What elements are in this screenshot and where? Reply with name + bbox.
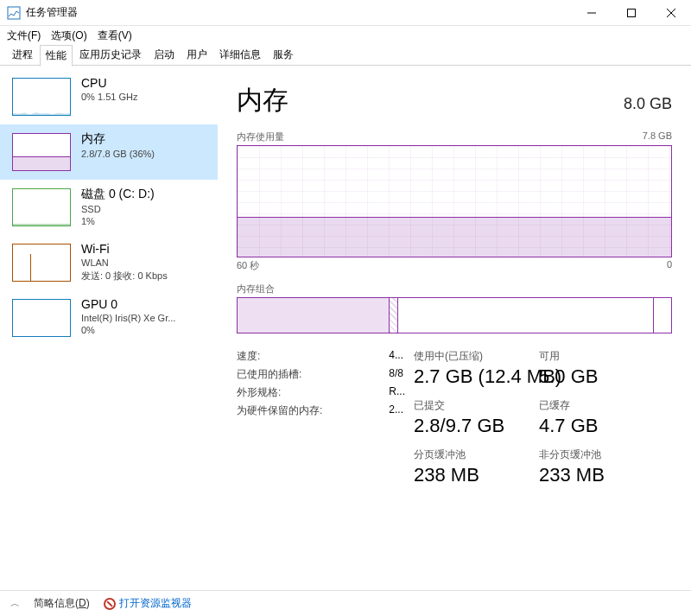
meta-form-key: 外形规格:: [237, 385, 340, 400]
cpu-thumbnail-icon: [12, 78, 71, 116]
graph-label: 内存使用量: [237, 130, 284, 143]
value-nonpaged: 233 MB: [539, 464, 672, 486]
sidebar-disk-sub1: SSD: [81, 204, 155, 214]
sidebar-item-wifi[interactable]: Wi-Fi WLAN 发送: 0 接收: 0 Kbps: [0, 235, 218, 290]
meta-slots-key: 已使用的插槽:: [237, 367, 340, 382]
value-paged: 238 MB: [414, 464, 530, 486]
window-controls: [572, 0, 691, 25]
close-button[interactable]: [651, 0, 691, 25]
memory-detail-panel: 内存 8.0 GB 内存使用量 7.8 GB 60 秒 0 内存组合 使用中(已…: [218, 66, 691, 590]
sidebar-item-gpu[interactable]: GPU 0 Intel(R) Iris(R) Xe Gr... 0%: [0, 290, 218, 346]
performance-sidebar: CPU 0% 1.51 GHz 内存 2.8/7.8 GB (36%) 磁盘 0…: [0, 66, 218, 590]
label-paged: 分页缓冲池: [414, 448, 530, 462]
tab-services[interactable]: 服务: [268, 45, 299, 65]
content-body: CPU 0% 1.51 GHz 内存 2.8/7.8 GB (36%) 磁盘 0…: [0, 66, 691, 590]
composition-label: 内存组合: [237, 283, 672, 295]
sidebar-cpu-sub: 0% 1.51 GHz: [81, 92, 137, 102]
minimize-button[interactable]: [572, 0, 612, 25]
window-title: 任务管理器: [26, 5, 78, 20]
graph-x-left: 60 秒: [237, 259, 259, 272]
sidebar-gpu-title: GPU 0: [81, 297, 175, 311]
tab-bar: 进程 性能 应用历史记录 启动 用户 详细信息 服务: [0, 45, 691, 66]
tab-startup[interactable]: 启动: [149, 45, 180, 65]
sidebar-item-memory[interactable]: 内存 2.8/7.8 GB (36%): [0, 124, 218, 180]
chevron-up-icon[interactable]: ︿: [10, 597, 20, 610]
meta-form-val: R...: [389, 385, 405, 400]
page-title: 内存: [237, 83, 288, 118]
menu-options[interactable]: 选项(O): [51, 29, 86, 43]
label-available: 可用: [539, 349, 672, 364]
title-bar: 任务管理器: [0, 0, 691, 26]
memory-stats-grid: 使用中(已压缩) 可用 速度: 4... 已使用的插槽: 8/8 外形规格: R…: [237, 349, 672, 495]
tab-performance[interactable]: 性能: [40, 45, 73, 67]
tab-app-history[interactable]: 应用历史记录: [74, 45, 147, 65]
meta-reserved-val: 2...: [389, 403, 405, 418]
svg-rect-2: [628, 9, 636, 16]
label-nonpaged: 非分页缓冲池: [539, 448, 672, 462]
sidebar-item-cpu[interactable]: CPU 0% 1.51 GHz: [0, 69, 218, 124]
graph-x-right: 0: [667, 259, 672, 272]
maximize-button[interactable]: [612, 0, 651, 25]
graph-ymax: 7.8 GB: [643, 130, 672, 143]
sidebar-disk-sub2: 1%: [81, 216, 155, 226]
label-committed: 已提交: [414, 398, 530, 413]
value-cached: 4.7 GB: [539, 415, 672, 437]
memory-total: 8.0 GB: [624, 95, 672, 113]
value-available: 5.0 GB: [539, 365, 672, 388]
wifi-thumbnail-icon: [12, 244, 71, 282]
sidebar-gpu-sub1: Intel(R) Iris(R) Xe Gr...: [81, 313, 175, 323]
label-cached: 已缓存: [539, 398, 672, 413]
sidebar-disk-title: 磁盘 0 (C: D:): [81, 187, 155, 202]
footer-bar: ︿ 简略信息(D) 打开资源监视器: [0, 590, 691, 616]
value-committed: 2.8/9.7 GB: [414, 415, 530, 437]
memory-meta-table: 速度: 4... 已使用的插槽: 8/8 外形规格: R... 为硬件保留的内存…: [237, 349, 405, 495]
task-manager-icon: [7, 6, 21, 20]
gpu-thumbnail-icon: [12, 299, 71, 337]
memory-usage-chart: [237, 145, 672, 257]
menu-file[interactable]: 文件(F): [7, 29, 41, 43]
fewer-details-link[interactable]: 简略信息(D): [34, 596, 90, 611]
meta-reserved-key: 为硬件保留的内存:: [237, 403, 340, 418]
menu-bar: 文件(F) 选项(O) 查看(V): [0, 26, 691, 45]
sidebar-gpu-sub2: 0%: [81, 325, 175, 335]
disk-thumbnail-icon: [12, 188, 71, 226]
value-in-use: 2.7 GB (12.4 MB): [414, 365, 530, 388]
resource-monitor-icon: [104, 598, 116, 610]
sidebar-wifi-sub1: WLAN: [81, 257, 168, 268]
tab-users[interactable]: 用户: [181, 45, 212, 65]
sidebar-mem-sub: 2.8/7.8 GB (36%): [81, 149, 155, 159]
svg-rect-0: [8, 7, 20, 19]
menu-view[interactable]: 查看(V): [98, 29, 132, 43]
meta-slots-val: 8/8: [389, 367, 405, 382]
tab-processes[interactable]: 进程: [7, 45, 38, 65]
sidebar-item-disk[interactable]: 磁盘 0 (C: D:) SSD 1%: [0, 180, 218, 235]
sidebar-mem-title: 内存: [81, 131, 155, 147]
meta-speed-key: 速度:: [237, 349, 340, 364]
open-resource-monitor-link[interactable]: 打开资源监视器: [104, 596, 192, 611]
memory-composition-chart: [237, 297, 672, 333]
sidebar-cpu-title: CPU: [81, 76, 137, 90]
sidebar-wifi-title: Wi-Fi: [81, 242, 168, 256]
sidebar-wifi-sub2: 发送: 0 接收: 0 Kbps: [81, 270, 168, 283]
tab-details[interactable]: 详细信息: [214, 45, 266, 65]
meta-speed-val: 4...: [389, 349, 405, 364]
memory-thumbnail-icon: [12, 133, 71, 171]
label-in-use: 使用中(已压缩): [414, 349, 530, 364]
